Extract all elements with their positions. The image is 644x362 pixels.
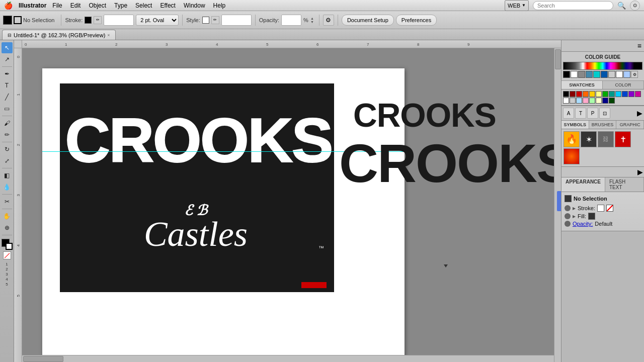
type-tool-btn[interactable]: T [2,80,13,91]
stroke-edit-icon[interactable]: ✏ [94,16,102,24]
direct-selection-tool-btn[interactable]: ↗ [2,54,13,65]
swatch-ivory[interactable] [596,98,602,104]
gray-swatch[interactable] [578,71,585,78]
swatch-purple[interactable] [628,91,634,97]
fill-color-box[interactable] [3,16,12,25]
light-gray-swatch[interactable] [608,71,615,78]
fill-visibility-icon[interactable] [565,213,571,219]
web-dropdown[interactable]: WEB ▼ [505,0,529,11]
tab-color[interactable]: COLOR [603,81,644,89]
canvas-area[interactable]: 0 1 2 3 4 5 6 7 8 9 0 1 2 3 4 5 [14,40,561,362]
canvas-content[interactable]: CROOKS ℰ ℬ Castles ™ CROOK [22,48,561,362]
tab-appearance[interactable]: APPEARANCE [561,177,605,192]
tab-close-icon[interactable]: × [107,33,110,38]
opacity-visibility-icon[interactable] [565,221,571,227]
symbol-star[interactable]: ✶ [581,131,597,147]
panel-tool-3[interactable]: P [587,108,598,119]
stroke-slash-icon[interactable] [606,205,613,212]
swatch-blue[interactable] [622,91,628,97]
stroke-box[interactable] [6,243,13,250]
swatch-darkgreen[interactable] [609,98,615,104]
color-settings-icon[interactable]: ⚙ [631,71,638,78]
swatch-cyan[interactable] [615,91,621,97]
menu-object[interactable]: Object [85,1,110,10]
settings-icon[interactable]: ⚙ [323,15,334,26]
swatch-lightgreen[interactable] [589,98,595,104]
search-input[interactable] [533,1,613,10]
apple-menu[interactable]: 🍎 [4,2,13,10]
tab-graphic[interactable]: GRAPHIC [616,121,644,129]
menu-select[interactable]: Select [131,1,156,10]
menu-type[interactable]: Type [110,1,131,10]
preferences-button[interactable]: Preferences [396,15,437,26]
horizontal-scrollbar[interactable] [22,355,554,362]
swatch-pink[interactable] [583,98,589,104]
menu-window[interactable]: Window [180,1,209,10]
rotate-tool-btn[interactable]: ↻ [2,144,13,155]
swatch-magenta[interactable] [635,91,641,97]
swatch-green[interactable] [602,91,608,97]
stroke-value-input[interactable] [104,15,134,26]
line-tool-btn[interactable]: ╱ [2,92,13,103]
symbol-circle[interactable] [564,148,580,164]
pencil-tool-btn[interactable]: ✏ [2,129,13,140]
scissors-tool-btn[interactable]: ✂ [2,196,13,207]
paintbrush-tool-btn[interactable]: 🖌 [2,118,13,129]
panel-tool-1[interactable]: A [563,108,574,119]
gradient-tool-btn[interactable]: ◧ [2,170,13,181]
symbol-cross[interactable]: ✝ [615,131,631,147]
stroke-icon[interactable] [14,16,22,24]
stroke-visibility-icon[interactable] [565,205,571,211]
selection-tool-btn[interactable]: ↖ [2,42,13,53]
scale-tool-btn[interactable]: ⤢ [2,155,13,166]
panel-tool-expand[interactable]: ▶ [637,109,642,117]
pen-tool-btn[interactable]: ✒ [2,68,13,79]
swatch-yellow[interactable] [589,91,595,97]
zoom-tool-btn[interactable]: ⊕ [2,222,13,233]
style-value-input[interactable] [221,15,252,26]
hand-tool-btn[interactable]: ✋ [2,211,13,222]
fill-color-indicator[interactable] [588,213,595,220]
menu-file[interactable]: File [48,1,66,10]
symbol-fire[interactable]: 🔥 [564,131,580,147]
panel-tool-2[interactable]: T [575,108,586,119]
swatch-white[interactable] [563,98,569,104]
opacity-label-text[interactable]: Opacity: [573,221,593,227]
menu-edit[interactable]: Edit [66,1,85,10]
white-swatch[interactable] [571,71,578,78]
search-icon[interactable]: 🔍 [617,2,626,10]
panel-resize-handle[interactable] [557,191,561,211]
cyan-swatch[interactable] [593,71,600,78]
collapse-panels-icon[interactable]: ≡ [636,41,643,50]
light-blue-swatch[interactable] [623,71,630,78]
swatch-lightblue[interactable] [576,98,582,104]
black-swatch[interactable] [563,71,570,78]
menu-help[interactable]: Help [209,1,230,10]
swatch-lightyellow[interactable] [596,91,602,97]
swatch-red[interactable] [576,91,582,97]
swatch-teal[interactable] [609,91,615,97]
swatch-darkblue[interactable] [602,98,608,104]
teal-swatch[interactable] [586,71,593,78]
style-edit-icon[interactable]: ✏ [211,16,219,24]
tab-symbols[interactable]: SYMBOLS [561,121,589,129]
white-swatch-2[interactable] [616,71,623,78]
tab-swatches[interactable]: SWATCHES [561,81,603,89]
color-gradient-bar[interactable] [563,62,642,70]
stroke-type-select[interactable]: 2 pt. Oval 1 pt. Round [136,15,179,26]
style-swatch[interactable] [202,17,209,24]
tab-brushes[interactable]: BRUSHES [589,121,617,129]
menu-effect[interactable]: Effect [156,1,179,10]
panel-nav-arrow[interactable]: ▶ [637,168,643,176]
stroke-color-indicator[interactable] [597,205,604,212]
document-setup-button[interactable]: Document Setup [342,15,394,26]
none-icon[interactable] [3,251,11,259]
stroke-type-dropdown[interactable]: 2 pt. Oval 1 pt. Round [136,15,179,26]
tab-flash-text[interactable]: FLASH TEXT [605,177,644,192]
document-tab[interactable]: ⊟ Untitled-1* @ 162.3% (RGB/Preview) × [2,30,116,40]
display-toggle[interactable]: ⊙ [630,1,640,11]
swatch-darkred[interactable] [570,91,576,97]
stroke-color-swatch[interactable] [85,17,92,24]
opacity-spinner[interactable]: ▲ ▼ [310,17,315,24]
symbol-chain[interactable]: ⛓ [598,131,614,147]
